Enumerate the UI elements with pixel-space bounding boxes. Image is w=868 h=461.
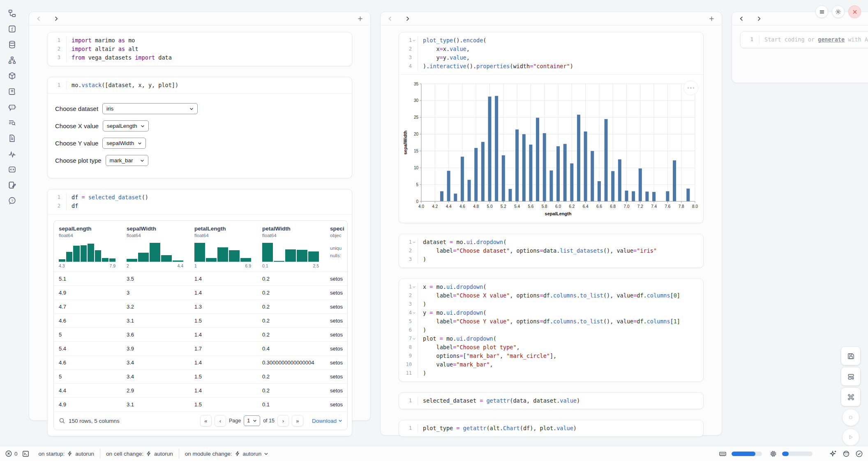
svg-text:5.6: 5.6 <box>528 204 533 209</box>
column-next-icon[interactable] <box>404 15 411 22</box>
svg-text:35: 35 <box>414 82 419 86</box>
ai-chat-icon[interactable] <box>7 102 17 112</box>
close-button[interactable] <box>848 5 861 18</box>
error-count-icon[interactable] <box>5 450 12 457</box>
table-cell: 0.2 <box>257 290 325 296</box>
table-row[interactable]: 4.63.11.50.2setos <box>54 314 348 328</box>
code-line: 11) <box>401 369 698 378</box>
menu-button[interactable] <box>815 5 828 18</box>
file-tree-icon[interactable] <box>7 8 17 18</box>
code-editor[interactable]: 1Start coding or generate with AI <box>741 32 868 48</box>
column-next-icon[interactable] <box>756 15 762 22</box>
packages-icon[interactable] <box>7 71 17 81</box>
on-module-change-setting[interactable]: on module change: autorun <box>179 451 275 457</box>
run-button[interactable] <box>842 429 859 446</box>
column-prev-icon[interactable] <box>387 15 394 22</box>
svg-text:5.0: 5.0 <box>487 204 493 209</box>
table-cell: setos <box>325 332 348 338</box>
cell-dataset-dropdown: 1dataset = mo.ui.dropdown(2 label="Choos… <box>399 234 704 268</box>
code-editor[interactable]: 1selected_dataset = getattr(data, datase… <box>399 393 703 409</box>
code-editor[interactable]: 1plot_type = getattr(alt.Chart(df), plot… <box>399 420 703 436</box>
scroll-log-icon[interactable] <box>7 86 17 96</box>
svg-text:4.6: 4.6 <box>459 204 465 209</box>
database-icon[interactable] <box>7 39 17 49</box>
code-editor[interactable]: 1import marimo as mo2import altair as al… <box>48 32 352 66</box>
dropdown-select[interactable]: sepalWidth <box>102 138 146 149</box>
column-2-header <box>381 12 722 25</box>
settings-gear-icon[interactable] <box>832 5 845 18</box>
dropdown-select[interactable]: sepalLength <box>103 120 149 131</box>
on-cell-change-label: on cell change: <box>106 451 143 457</box>
table-cell: 3.2 <box>122 304 189 310</box>
ai-sparkles-icon[interactable] <box>829 449 837 458</box>
code-line: 1Start coding or generate with AI <box>742 35 868 44</box>
table-row[interactable]: 4.42.91.40.2setos <box>54 384 348 398</box>
table-cell: 1.3 <box>189 304 257 310</box>
first-page-button[interactable]: « <box>200 415 212 426</box>
dropdown-select[interactable]: mark_bar <box>106 155 148 166</box>
layout-button[interactable] <box>841 367 861 386</box>
documentation-icon[interactable] <box>7 133 17 143</box>
table-cell: 0.2 <box>257 318 325 324</box>
dropdown-select[interactable]: iris <box>102 103 198 114</box>
table-cell: setos <box>325 373 348 380</box>
table-row[interactable]: 5.13.51.40.2setos <box>54 272 348 286</box>
tracing-icon[interactable] <box>7 149 17 159</box>
code-editor[interactable]: 1dataset = mo.ui.dropdown(2 label="Choos… <box>399 234 703 267</box>
terminal-icon[interactable] <box>22 450 30 458</box>
table-row[interactable]: 5.43.91.70.4setos <box>54 342 348 356</box>
svg-text:6.0: 6.0 <box>555 204 561 209</box>
svg-text:4.4: 4.4 <box>446 204 452 209</box>
snippets-icon[interactable] <box>7 164 17 174</box>
dependency-graph-icon[interactable] <box>7 55 17 65</box>
svg-text:6.8: 6.8 <box>610 204 616 209</box>
table-row[interactable]: 53.61.40.2setos <box>54 328 348 342</box>
table-row[interactable]: 4.63.41.40.3000000000000004setos <box>54 356 348 370</box>
on-cell-change-setting[interactable]: on cell change: autorun <box>100 451 179 457</box>
table-cell: 5.4 <box>54 346 122 352</box>
table-cell: 4.6 <box>54 318 122 324</box>
download-button[interactable]: Download <box>312 418 342 424</box>
add-cell-icon[interactable] <box>357 15 364 22</box>
page-select[interactable]: 1 <box>244 415 260 426</box>
table-cell: 4.9 <box>54 401 122 408</box>
table-cell: 0.2 <box>257 373 325 380</box>
table-cell: 1.4 <box>189 276 257 282</box>
code-editor[interactable]: 1df = selected_dataset()2df <box>48 189 352 214</box>
connection-status-icon[interactable] <box>855 450 863 458</box>
column-prev-icon[interactable] <box>739 15 745 22</box>
table-row[interactable]: 4.73.21.30.2setos <box>54 300 348 314</box>
help-icon[interactable]: ? <box>7 196 17 205</box>
chart-actions-icon[interactable] <box>683 81 698 95</box>
stop-button[interactable] <box>842 409 859 426</box>
table-row[interactable]: 4.93.11.50.1setos <box>54 398 348 412</box>
prev-page-button[interactable]: ‹ <box>215 415 226 426</box>
on-startup-setting[interactable]: on startup: autorun <box>33 451 100 457</box>
scratchpad-icon[interactable] <box>7 180 17 190</box>
code-editor[interactable]: 1plot_type().encode(2 x=x.value,3 y=y.va… <box>399 32 703 74</box>
dropdown-row: Choose datasetiris <box>55 103 344 114</box>
save-button[interactable] <box>841 346 861 365</box>
row-count-info: 150 rows, 5 columns <box>69 418 120 424</box>
code-editor[interactable]: 1x = mo.ui.dropdown(2 label="Choose X va… <box>399 279 703 381</box>
table-row[interactable]: 4.931.40.2setos <box>54 286 348 300</box>
search-icon[interactable] <box>59 417 65 424</box>
cpu-bar-fill <box>782 452 789 456</box>
column-header: sepalWidthfloat6424.4 <box>122 226 189 268</box>
next-page-button[interactable]: › <box>277 415 289 426</box>
logs-search-icon[interactable] <box>7 118 17 127</box>
column-prev-icon[interactable] <box>36 15 42 22</box>
last-page-button[interactable]: » <box>292 415 303 426</box>
add-cell-icon[interactable] <box>709 15 715 22</box>
code-editor[interactable]: 1mo.vstack([dataset, x, y, plot]) <box>48 77 352 93</box>
altair-bar-chart[interactable]: 4.04.24.44.64.85.05.25.45.65.86.06.26.46… <box>402 80 700 219</box>
keyboard-shortcuts-button[interactable] <box>841 387 861 406</box>
column-next-icon[interactable] <box>53 15 60 22</box>
code-line: 2 label="Choose dataset", options=data.l… <box>401 247 698 255</box>
chevron-down-icon <box>140 159 144 163</box>
table-row[interactable]: 53.41.50.2setos <box>54 370 348 384</box>
table-cell: 1.4 <box>189 387 257 394</box>
functions-icon[interactable]: f <box>7 24 17 34</box>
column-header: sepalLengthfloat644.37.9 <box>54 226 122 268</box>
marimo-assistant-icon[interactable] <box>842 449 850 458</box>
